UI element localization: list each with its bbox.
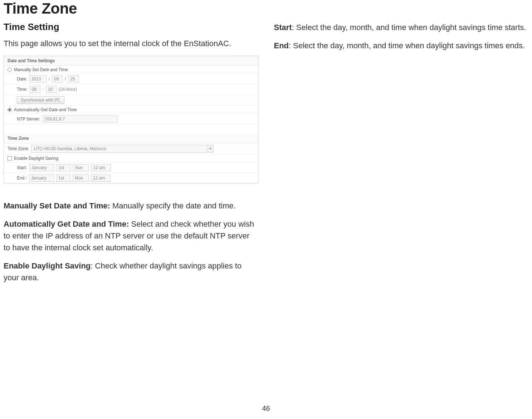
timezone-label: Time Zone: xyxy=(8,146,29,151)
auto-radio-label: Automatically Get Date and Time xyxy=(14,107,77,112)
start-day-select[interactable] xyxy=(73,164,89,171)
time-format-label: (24-Hour) xyxy=(59,87,77,92)
dst-label: Enable Daylight Saving xyxy=(14,156,58,161)
left-column: Time Setting This page allows you to set… xyxy=(4,21,258,290)
end-month-select[interactable] xyxy=(29,174,54,182)
page-number: 46 xyxy=(262,404,270,413)
para-auto: Automatically Get Date and Time: Select … xyxy=(4,218,258,253)
timezone-row: Time Zone: UTC+00:00 Gambia, Liberia, Mo… xyxy=(4,143,258,154)
hour-input[interactable] xyxy=(30,86,40,93)
manual-radio[interactable] xyxy=(8,68,12,72)
day-input[interactable] xyxy=(68,75,79,83)
end-label: End : xyxy=(17,176,27,181)
time-label: Time: xyxy=(17,87,28,92)
para-end-bold: End xyxy=(274,41,289,50)
para-end-rest: : Select the day, month, and time when d… xyxy=(289,41,525,50)
date-row: Date: / / xyxy=(4,74,258,84)
month-input[interactable] xyxy=(52,75,63,83)
intro-text: This page allows you to set the internal… xyxy=(4,38,258,49)
start-week-select[interactable] xyxy=(57,164,71,171)
ntp-row: NTP Server: xyxy=(4,114,258,124)
para-start-bold: Start xyxy=(274,23,292,32)
dst-row: Enable Daylight Saving xyxy=(4,154,258,163)
year-input[interactable] xyxy=(29,75,47,83)
auto-radio[interactable] xyxy=(8,108,12,112)
dst-start-row: Start: xyxy=(4,163,258,173)
timezone-section-header: Time Zone xyxy=(4,134,258,143)
time-sep: : xyxy=(43,87,44,92)
para-manual-bold: Manually Set Date and Time: xyxy=(4,201,110,210)
ntp-server-input[interactable] xyxy=(43,115,118,123)
settings-screenshot: Date and Time Settings Manually Set Date… xyxy=(4,56,258,183)
panel-gap xyxy=(4,124,258,134)
para-end: End: Select the day, month, and time whe… xyxy=(274,40,529,51)
page-title: Time Zone xyxy=(4,0,528,17)
dst-checkbox[interactable] xyxy=(8,156,12,161)
end-week-select[interactable] xyxy=(56,174,70,182)
auto-radio-row: Automatically Get Date and Time xyxy=(4,106,258,114)
para-dst-bold: Enable Daylight Saving xyxy=(4,261,91,270)
start-month-select[interactable] xyxy=(29,164,54,171)
ntp-label: NTP Server: xyxy=(17,117,40,122)
start-time-select[interactable] xyxy=(91,164,111,171)
date-label: Date: xyxy=(17,77,27,82)
end-time-select[interactable] xyxy=(91,174,111,182)
minute-input[interactable] xyxy=(46,86,57,93)
section-heading: Time Setting xyxy=(4,21,258,33)
para-manual: Manually Set Date and Time: Manually spe… xyxy=(4,200,258,212)
dst-end-row: End : xyxy=(4,173,258,183)
para-auto-bold: Automatically Get Date and Time: xyxy=(4,220,129,228)
content-columns: Time Setting This page allows you to set… xyxy=(4,21,528,290)
sync-pc-button[interactable]: Synchronize with PC xyxy=(17,96,64,104)
manual-radio-label: Manually Set Date and Time xyxy=(14,67,68,72)
end-day-select[interactable] xyxy=(73,174,89,182)
manual-radio-row: Manually Set Date and Time xyxy=(4,66,258,74)
para-dst: Enable Daylight Saving: Check whether da… xyxy=(4,260,258,284)
chevron-down-icon xyxy=(207,145,213,152)
para-start: Start: Select the day, month, and time w… xyxy=(274,21,529,33)
right-column: Start: Select the day, month, and time w… xyxy=(274,21,529,290)
timezone-select[interactable]: UTC+00:00 Gambia, Liberia, Morocco xyxy=(31,145,214,153)
start-label: Start: xyxy=(17,165,27,170)
para-start-rest: : Select the day, month, and time when d… xyxy=(292,23,526,32)
time-row: Time: : (24-Hour) xyxy=(4,84,258,95)
sync-row: Synchronize with PC xyxy=(4,95,258,106)
timezone-value: UTC+00:00 Gambia, Liberia, Morocco xyxy=(31,146,207,152)
date-sep-1: / xyxy=(49,77,50,82)
date-sep-2: / xyxy=(65,77,66,82)
date-time-section-header: Date and Time Settings xyxy=(4,56,258,66)
para-manual-rest: Manually specify the date and time. xyxy=(110,201,236,210)
